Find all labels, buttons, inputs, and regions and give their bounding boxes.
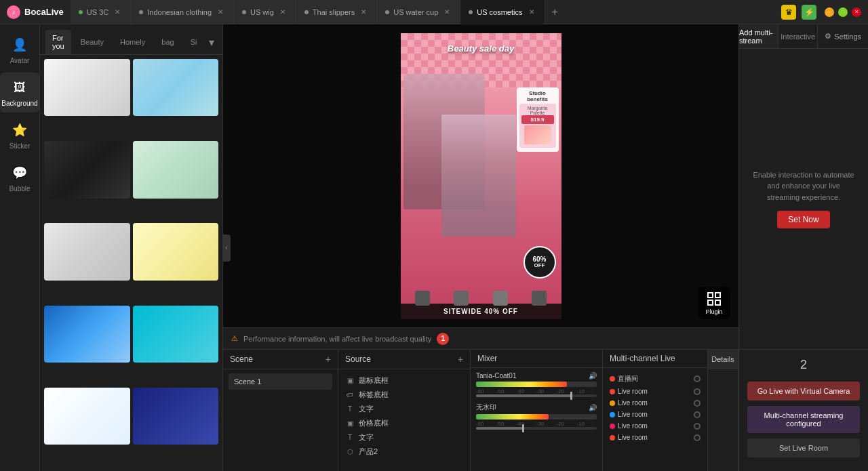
mixer-track-header: 无水印 🔊 (476, 403, 597, 412)
background-icon: 🖼 (10, 78, 29, 97)
source-item[interactable]: T 文字 (344, 430, 465, 445)
bg-thumbnail[interactable] (44, 306, 130, 363)
tab-us3c[interactable]: US 3C ✕ (71, 0, 131, 24)
tab-close-icon[interactable]: ✕ (216, 7, 225, 17)
mixer-slider[interactable] (476, 427, 597, 430)
background-panel: For you Beauty Homely bag Si ▾ ‹ (40, 24, 223, 471)
preview-canvas: Beauty sale day Studio benefits Margarit… (401, 33, 561, 319)
bg-thumbnail[interactable] (133, 59, 219, 116)
mixer-level-bar (476, 382, 597, 387)
bg-tab-beauty[interactable]: Beauty (74, 34, 111, 50)
mixer-slider[interactable] (476, 394, 597, 397)
svg-rect-3 (715, 300, 720, 305)
collapse-panel-handle[interactable]: ‹ (222, 234, 231, 262)
bolt-icon[interactable]: ⚡ (802, 5, 816, 20)
source-icon: ⬡ (345, 447, 355, 457)
sidebar-item-avatar[interactable]: 👤 Avatar (0, 30, 39, 70)
bg-thumbnail[interactable] (133, 141, 219, 198)
plugin-button[interactable]: Plugin (698, 287, 730, 319)
channel-toggle[interactable] (694, 400, 701, 407)
multichannel-panel-header: Multi-channel Live (603, 350, 707, 368)
scene-title: Scene (230, 354, 253, 364)
bg-thumbnail[interactable] (44, 223, 130, 280)
channel-left: Live room (610, 422, 648, 430)
channel-toggle[interactable] (694, 411, 701, 418)
tab-close-icon[interactable]: ✕ (278, 7, 288, 17)
tab-label: US wig (250, 8, 274, 16)
tab-dot (242, 10, 246, 14)
maximize-button[interactable]: □ (838, 7, 848, 17)
source-item[interactable]: T 文字 (344, 402, 465, 416)
details-tab[interactable]: Details (708, 350, 738, 369)
bottom-panels: Scene + Scene 1 Source + ▣ 题标底框 (223, 349, 738, 471)
sidebar-item-bubble[interactable]: 💬 Bubble (0, 158, 39, 198)
channel-label: Live room (618, 388, 648, 395)
scene-panel: Scene + Scene 1 (223, 350, 338, 471)
tab-uswig[interactable]: US wig ✕ (234, 0, 296, 24)
add-source-button[interactable]: + (458, 354, 463, 365)
preview-area: Beauty sale day Studio benefits Margarit… (223, 24, 738, 327)
details-panel: Details (708, 350, 738, 471)
tab-close-icon[interactable]: ✕ (527, 7, 536, 17)
tab-interactive[interactable]: Interactive (778, 24, 818, 48)
source-icon: 🏷 (345, 390, 355, 400)
scene-panel-content: Scene 1 (223, 369, 338, 471)
sidebar-label-sticker: Sticker (9, 142, 31, 150)
bg-thumbnail[interactable] (133, 306, 219, 363)
tab-dot (139, 10, 143, 14)
crown-icon[interactable]: ♛ (781, 5, 796, 20)
tab-thaislippers[interactable]: Thai slippers ✕ (296, 0, 377, 24)
add-scene-button[interactable]: + (326, 354, 331, 365)
tab-dot (304, 10, 309, 14)
bg-thumbnail[interactable] (133, 388, 219, 445)
bg-thumbnail[interactable] (44, 59, 130, 116)
channel-status-dot (610, 435, 615, 441)
more-tabs-icon[interactable]: ▾ (206, 36, 217, 49)
source-item[interactable]: ▣ 题标底框 (344, 373, 465, 388)
bg-thumbnail[interactable] (44, 388, 130, 445)
channel-left: Live room (610, 411, 648, 418)
bg-tab-bag[interactable]: bag (155, 34, 180, 50)
close-button[interactable]: ✕ (852, 7, 861, 17)
channel-toggle[interactable] (694, 423, 701, 430)
set-live-room-button[interactable]: Set Live Room (747, 438, 860, 457)
bg-thumbnail[interactable] (133, 223, 219, 280)
add-tab-button[interactable]: + (545, 0, 565, 24)
minimize-button[interactable]: − (825, 7, 834, 17)
tab-close-icon[interactable]: ✕ (442, 7, 452, 17)
channel-toggle[interactable] (694, 375, 701, 382)
channel-item: Live room (608, 420, 702, 432)
sidebar-item-background[interactable]: 🖼 Background (0, 73, 39, 112)
bg-tab-si[interactable]: Si (184, 34, 204, 50)
bg-thumbnail[interactable] (44, 141, 130, 198)
source-item[interactable]: 🏷 标签底框 (344, 388, 465, 402)
channel-status-dot (610, 376, 615, 382)
set-now-button[interactable]: Set Now (777, 211, 829, 228)
multichannel-title: Multi-channel Live (610, 354, 675, 363)
tab-add-multistream[interactable]: Add multi-stream (739, 24, 778, 48)
tab-close-icon[interactable]: ✕ (359, 7, 368, 17)
mixer-labels: -60-50-40-30-20-10 (476, 388, 597, 394)
sidebar-item-sticker[interactable]: ⭐ Sticker (0, 115, 39, 155)
tab-label: Indonesian clothing (147, 8, 212, 16)
mixer-track: 无水印 🔊 -60-50-40-30-20-10 (476, 403, 597, 430)
settings-button[interactable]: ⚙ Settings (818, 24, 868, 48)
channel-toggle[interactable] (694, 388, 701, 395)
tab-uscosmetics[interactable]: US cosmetics ✕ (460, 0, 545, 24)
tab-uswatercup[interactable]: US water cup ✕ (377, 0, 460, 24)
bg-tab-homely[interactable]: Homely (113, 34, 152, 50)
tab-close-icon[interactable]: ✕ (113, 7, 122, 17)
scene-item[interactable]: Scene 1 (229, 373, 332, 390)
go-live-virtual-camera-button[interactable]: Go Live with Virtual Camera (747, 382, 860, 401)
channel-toggle[interactable] (694, 434, 701, 441)
left-sidebar: 👤 Avatar 🖼 Background ⭐ Sticker 💬 Bubble (0, 24, 40, 471)
bg-tab-foryou[interactable]: For you (45, 30, 71, 54)
sidebar-label-background: Background (1, 100, 37, 107)
tab-indonesian[interactable]: Indonesian clothing ✕ (131, 0, 234, 24)
svg-rect-0 (708, 293, 713, 298)
multi-channel-streaming-button[interactable]: Multi-channel streaming configured (747, 406, 860, 433)
settings-icon: ⚙ (825, 32, 831, 41)
logo-icon: ♪ (7, 5, 20, 19)
source-item[interactable]: ▣ 价格底框 (344, 416, 465, 430)
source-item[interactable]: ⬡ 产品2 (344, 445, 465, 459)
